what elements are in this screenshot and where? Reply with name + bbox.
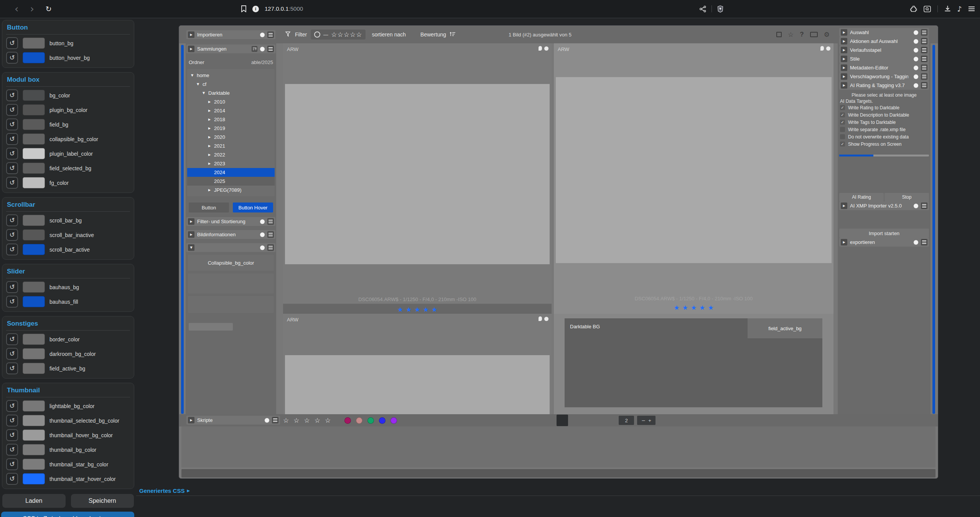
reset-icon[interactable]: ↺ (6, 52, 18, 64)
reset-icon[interactable]: ↺ (6, 37, 18, 49)
panel-header-expanded[interactable]: ▼ (186, 243, 275, 252)
expand-arrow-icon[interactable]: ▶ (188, 417, 194, 423)
reset-icon[interactable]: ↺ (6, 444, 18, 456)
tree-arrow-icon[interactable]: ▶ (208, 162, 214, 165)
toggle-circle-icon[interactable] (914, 30, 918, 35)
expand-arrow-icon[interactable]: ▶ (841, 203, 847, 209)
back-icon[interactable]: ‹ (15, 4, 18, 14)
expand-arrow-icon[interactable]: ▶ (188, 46, 194, 52)
expand-arrow-icon[interactable]: ▶ (841, 82, 847, 89)
presets-menu-icon[interactable] (267, 218, 274, 225)
reset-icon[interactable]: ↺ (6, 133, 18, 145)
right-scrollbar[interactable] (932, 45, 935, 414)
zoom-value[interactable]: 2 (619, 416, 634, 425)
star-icon[interactable]: ☆ (283, 417, 289, 424)
minus-icon[interactable]: − (641, 418, 646, 423)
reset-icon[interactable]: ↺ (6, 400, 18, 412)
tree-item[interactable]: ▼ home (187, 71, 275, 80)
panel-header[interactable]: ▶ Stile (839, 54, 929, 63)
presets-menu-icon[interactable] (921, 73, 927, 80)
tree-item[interactable]: ▶ 2018 (187, 115, 275, 124)
sort-icon[interactable] (252, 46, 257, 52)
reset-icon[interactable]: ↺ (6, 214, 18, 226)
star-icon[interactable]: ☆ (315, 417, 320, 424)
color-swatch[interactable] (23, 444, 45, 455)
color-swatch[interactable] (23, 473, 45, 484)
panel-header-image-info[interactable]: ▶ Bildinformationen (186, 230, 275, 239)
reset-icon[interactable]: ↺ (6, 429, 18, 441)
filter-funnel-icon[interactable] (285, 31, 291, 38)
left-scrollbar[interactable] (181, 45, 184, 414)
color-swatch[interactable] (23, 163, 45, 174)
tree-item[interactable]: ▶ 2021 (187, 142, 275, 150)
overlay-circle-icon[interactable] (544, 46, 548, 51)
load-button[interactable]: Laden (2, 494, 66, 508)
color-swatch[interactable] (23, 296, 45, 307)
expand-arrow-icon[interactable]: ▶ (188, 231, 194, 238)
stack-icon[interactable] (776, 32, 782, 37)
star-icon[interactable]: ☆ (293, 417, 299, 424)
tree-item[interactable]: ▶ JPEG(7089) (187, 186, 275, 194)
panel-header[interactable]: ▶ Metadaten-Editor (839, 63, 929, 72)
ai-rating-button[interactable]: AI Rating (839, 193, 884, 201)
presets-menu-icon[interactable] (267, 31, 274, 38)
group-flag-icon[interactable] (820, 46, 824, 51)
reset-icon[interactable]: ↺ (6, 229, 18, 241)
overlay-circle-icon[interactable] (544, 317, 548, 321)
reset-icon[interactable]: ↺ (6, 348, 18, 360)
color-swatch[interactable] (23, 244, 45, 255)
menu-icon[interactable] (968, 7, 975, 11)
color-swatch[interactable] (23, 430, 45, 441)
toggle-circle-icon[interactable] (914, 66, 918, 70)
tree-arrow-icon[interactable]: ▶ (208, 118, 214, 121)
checkbox[interactable] (840, 120, 845, 125)
tree-arrow-icon[interactable]: ▶ (208, 109, 214, 112)
color-swatch[interactable] (23, 229, 45, 240)
panel-toggle-icon[interactable] (810, 32, 818, 37)
save-button[interactable]: Speichern (71, 494, 134, 508)
site-info-icon[interactable]: i (252, 6, 259, 12)
music-icon[interactable]: ♪ (957, 5, 962, 13)
color-swatch[interactable] (23, 119, 45, 130)
toggle-circle-icon[interactable] (260, 245, 265, 250)
expand-arrow-icon[interactable]: ▶ (841, 73, 847, 80)
toggle-circle-icon[interactable] (914, 74, 918, 79)
presets-menu-icon[interactable] (921, 82, 927, 89)
color-swatch[interactable] (23, 90, 45, 101)
reset-icon[interactable]: ↺ (6, 119, 18, 130)
ai-progress-slider[interactable] (839, 155, 929, 156)
color-swatch[interactable] (23, 459, 45, 470)
color-swatch[interactable] (23, 148, 45, 159)
color-swatch[interactable] (23, 177, 45, 188)
panel-header-filter-sort[interactable]: ▶ Filter- und Stortierung (186, 217, 275, 226)
thumbnail-tile[interactable]: ARW DSC06054.ARW$ - 1/1250 - F/4,0 - 210… (283, 43, 552, 304)
tree-arrow-icon[interactable]: ▶ (208, 100, 214, 104)
panel-header-xmp-importer[interactable]: ▶ AI XMP Importer v2.5.0 (839, 201, 929, 210)
tree-arrow-icon[interactable]: ▶ (208, 153, 214, 156)
toggle-circle-icon[interactable] (914, 204, 918, 208)
expand-arrow-icon[interactable]: ▶ (841, 29, 847, 36)
expand-arrow-icon[interactable]: ▶ (188, 218, 194, 225)
tree-item[interactable]: ▶ 2010 (187, 97, 275, 106)
tree-item[interactable]: ▶ 2023 (187, 159, 275, 168)
tree-item[interactable]: ▶ 2020 (187, 133, 275, 142)
sort-order-icon[interactable] (450, 31, 456, 38)
generated-css-link[interactable]: Generiertes CSS ▸ (139, 487, 190, 494)
sort-by-label[interactable]: sortieren nach (372, 31, 406, 38)
star-icon[interactable]: ☆ (325, 417, 331, 424)
tree-arrow-icon[interactable]: ▼ (191, 74, 197, 77)
color-swatch[interactable] (23, 104, 45, 115)
color-swatch[interactable] (23, 38, 45, 49)
reset-icon[interactable]: ↺ (6, 415, 18, 426)
toggle-circle-icon[interactable] (914, 39, 918, 44)
checkbox[interactable] (840, 142, 845, 147)
presets-menu-icon[interactable] (921, 239, 927, 245)
presets-menu-icon[interactable] (921, 203, 927, 209)
presets-menu-icon[interactable] (267, 46, 274, 52)
demo-button-hover[interactable]: Button Hover (233, 203, 273, 212)
reset-icon[interactable]: ↺ (6, 362, 18, 374)
color-swatch[interactable] (23, 215, 45, 226)
star-rating[interactable]: ★★★★★ (554, 304, 833, 311)
demo-button[interactable]: Button (189, 203, 229, 212)
color-label-dot[interactable] (390, 417, 397, 424)
